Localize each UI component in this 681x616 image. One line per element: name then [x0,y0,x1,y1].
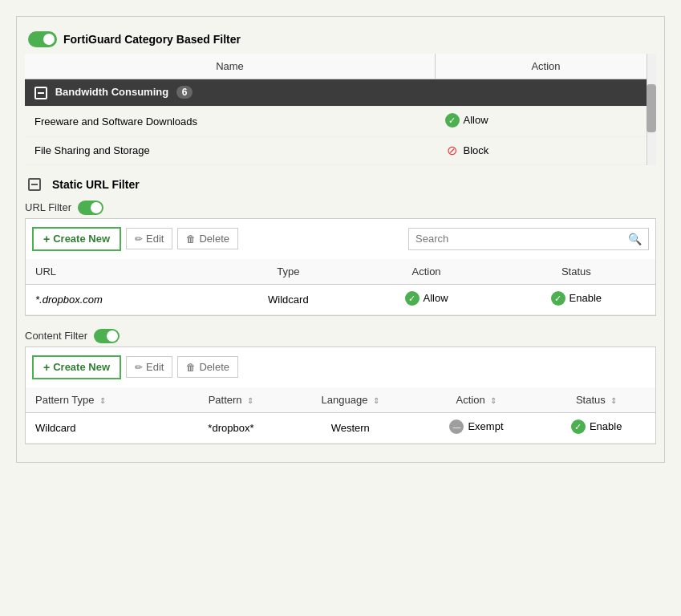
content-delete-label: Delete [199,361,229,373]
table-row: *.dropbox.com Wildcard Allow Enable [26,284,655,314]
url-filter-header: URL Filter [25,197,656,218]
fg-action-label-1: Allow [464,114,488,126]
static-url-collapse-icon[interactable] [28,178,41,191]
content-filter-header: Content Filter [25,326,656,346]
url-col-url: URL [26,259,221,285]
url-row-status-1: Enable [497,284,655,314]
plus-icon-2: + [43,361,50,374]
collapse-icon [34,87,47,99]
url-action-label-1: Allow [424,292,448,304]
url-search-input[interactable] [409,229,622,249]
content-filter-toolbar: + Create New ✏ Edit 🗑 Delete [26,347,655,387]
ct-row-pattern-type-1: Wildcard [26,412,176,443]
url-filter-toolbar-inner: + Create New ✏ Edit 🗑 Delete 🔍 [32,222,649,256]
ct-col-status-label: Status [576,394,606,406]
ct-col-language: Language ⇕ [286,387,415,413]
exempt-icon [449,419,464,434]
trash-icon-2: 🗑 [186,362,196,373]
url-filter-toggle[interactable] [78,201,103,215]
url-col-type: Type [221,259,355,285]
url-filter-toolbar: + Create New ✏ Edit 🗑 Delete 🔍 [26,219,655,259]
content-edit-button[interactable]: ✏ Edit [126,356,172,378]
fg-col-action: Action [436,54,656,79]
fortiguard-toggle[interactable] [28,31,57,47]
edit-label: Edit [146,233,164,245]
url-allow-icon [405,291,420,306]
fg-group-label: Bandwidth Consuming [55,86,169,98]
url-delete-button[interactable]: 🗑 Delete [177,228,238,249]
url-search-box: 🔍 [408,228,649,250]
content-filter-table: Pattern Type ⇕ Pattern ⇕ Language ⇕ Ac [26,387,655,444]
static-url-section: Static URL Filter URL Filter + Create Ne… [25,172,656,444]
table-row: Freeware and Software Downloads Allow [25,106,656,136]
content-filter-toolbar-inner: + Create New ✏ Edit 🗑 Delete [32,351,649,384]
url-col-status: Status [497,259,655,285]
url-filter-table-wrapper: + Create New ✏ Edit 🗑 Delete 🔍 [25,218,656,316]
url-status-label-1: Enable [570,292,602,304]
url-row-action-1: Allow [355,284,497,314]
url-row-type-1: Wildcard [221,284,355,314]
ct-col-pattern-label: Pattern [209,394,242,406]
main-container: FortiGuard Category Based Filter Name Ac… [16,16,665,463]
ct-col-pattern: Pattern ⇕ [176,387,286,413]
scrollbar-thumb[interactable] [647,84,656,132]
url-enable-icon [551,291,565,306]
fortiguard-title: FortiGuard Category Based Filter [63,33,241,46]
static-url-title: Static URL Filter [52,178,140,191]
table-row: Wildcard *dropbox* Western Exempt [26,412,655,443]
fg-group-row[interactable]: Bandwidth Consuming 6 [25,79,656,107]
sort-icon-status[interactable]: ⇕ [610,396,617,405]
ct-col-action-label: Action [456,394,485,406]
url-create-new-button[interactable]: + Create New [32,227,121,251]
fg-col-name: Name [25,54,436,79]
content-filter-toggle[interactable] [94,329,120,343]
content-edit-label: Edit [146,361,164,373]
delete-label: Delete [199,233,229,245]
sort-icon-pattern-type[interactable]: ⇕ [99,396,106,405]
url-col-action: Action [355,259,497,285]
fg-row-action-1: Allow [436,106,656,136]
fg-action-label-2: Block [464,144,489,156]
content-filter-table-wrapper: + Create New ✏ Edit 🗑 Delete [25,346,656,444]
ct-enable-icon [571,419,586,434]
url-edit-button[interactable]: ✏ Edit [126,228,172,249]
plus-icon: + [43,233,50,245]
url-row-url-1: *.dropbox.com [26,284,221,314]
ct-col-action: Action ⇕ [415,387,538,413]
content-delete-button[interactable]: 🗑 Delete [177,356,238,378]
content-create-new-label: Create New [53,361,110,373]
fortiguard-section-header: FortiGuard Category Based Filter [25,25,656,54]
ct-col-status: Status ⇕ [537,387,655,413]
ct-col-pattern-type-label: Pattern Type [35,394,94,406]
pencil-icon: ✏ [135,233,143,245]
fg-group-badge: 6 [176,86,193,99]
ct-row-language-1: Western [286,412,415,443]
pencil-icon-2: ✏ [135,362,143,373]
allow-icon-1 [445,113,460,128]
content-create-new-button[interactable]: + Create New [32,355,121,379]
ct-row-action-1: Exempt [415,412,538,443]
url-search-button[interactable]: 🔍 [622,229,648,249]
table-row: File Sharing and Storage ⊘ Block [25,136,656,164]
sort-icon-pattern[interactable]: ⇕ [247,396,253,405]
static-url-section-header: Static URL Filter [25,172,656,197]
fg-row-name-1: Freeware and Software Downloads [25,106,436,136]
ct-status-label-1: Enable [590,420,622,432]
url-filter-table: URL Type Action Status *.dropbox.com Wil… [26,259,655,315]
content-filter-label: Content Filter [25,330,87,342]
trash-icon: 🗑 [186,233,196,245]
create-new-label: Create New [53,233,110,245]
fortiguard-table-wrapper: Name Action Bandwidth Consuming 6 Freewa… [25,54,656,165]
ct-row-status-1: Enable [537,412,655,443]
sort-icon-action[interactable]: ⇕ [490,396,497,405]
ct-action-label-1: Exempt [468,420,503,432]
fg-row-name-2: File Sharing and Storage [25,136,436,164]
fortiguard-table: Name Action Bandwidth Consuming 6 Freewa… [25,54,656,165]
url-filter-label: URL Filter [25,201,71,213]
block-icon-2: ⊘ [445,144,460,158]
ct-col-language-label: Language [322,394,368,406]
scrollbar-track [647,54,656,165]
ct-col-pattern-type: Pattern Type ⇕ [26,387,176,413]
sort-icon-language[interactable]: ⇕ [373,396,379,405]
fg-row-action-2: ⊘ Block [436,136,656,164]
